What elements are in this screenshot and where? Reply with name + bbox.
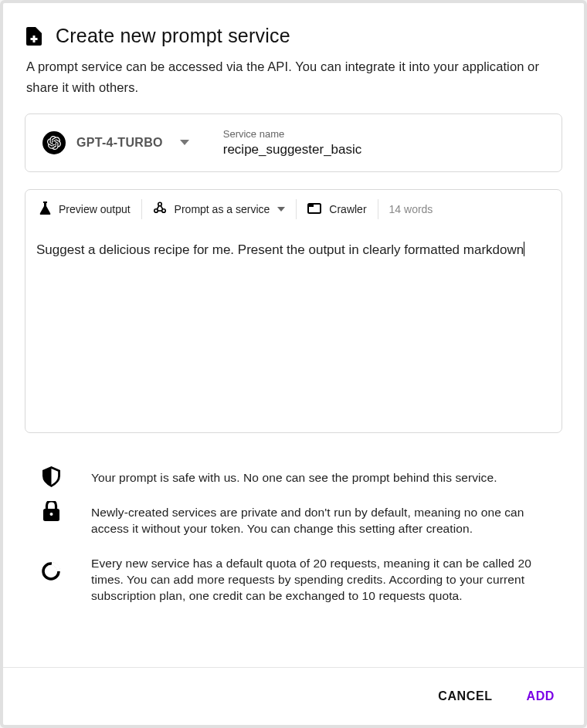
prompt-box: Preview output Prompt as a service	[25, 189, 562, 433]
info-quota-row: Every new service has a default quota of…	[40, 550, 547, 611]
cancel-button[interactable]: CANCEL	[435, 685, 495, 708]
info-safe-text: Your prompt is safe with us. No one can …	[91, 464, 497, 493]
config-box: GPT-4-TURBO Service name recipe_suggeste…	[25, 113, 562, 172]
word-count: 14 words	[378, 203, 433, 215]
modal-subtitle: A prompt service can be accessed via the…	[26, 56, 561, 98]
prompt-as-service-label: Prompt as a service	[175, 203, 270, 215]
svg-point-8	[49, 513, 53, 516]
chevron-down-icon	[277, 207, 285, 212]
service-name-field[interactable]: Service name recipe_suggester_basic	[223, 128, 362, 157]
modal-title: Create new prompt service	[56, 25, 290, 47]
info-safe-row: Your prompt is safe with us. No one can …	[40, 464, 547, 493]
create-prompt-service-modal: Create new prompt service A prompt servi…	[0, 0, 587, 728]
info-list: Your prompt is safe with us. No one can …	[25, 464, 562, 625]
prompt-content: Suggest a delicious recipe for me. Prese…	[36, 242, 524, 257]
title-row: Create new prompt service	[26, 25, 561, 47]
prompt-toolbar: Preview output Prompt as a service	[25, 190, 562, 229]
prompt-textarea[interactable]: Suggest a delicious recipe for me. Prese…	[25, 229, 562, 432]
text-cursor	[524, 242, 524, 256]
webhook-icon	[153, 201, 167, 217]
service-name-label: Service name	[223, 128, 362, 140]
info-private-row: Newly-created services are private and d…	[40, 499, 547, 543]
chevron-down-icon	[180, 140, 189, 146]
crawler-icon	[307, 203, 321, 216]
add-button[interactable]: ADD	[524, 685, 558, 708]
openai-icon	[42, 131, 66, 154]
preview-output-label: Preview output	[59, 203, 131, 215]
svg-rect-1	[31, 38, 38, 40]
crawler-label: Crawler	[329, 203, 366, 215]
flask-icon	[39, 201, 51, 217]
prompt-as-service-button[interactable]: Prompt as a service	[142, 199, 297, 219]
model-selector[interactable]: GPT-4-TURBO	[42, 131, 189, 154]
crawler-button[interactable]: Crawler	[297, 199, 378, 219]
info-private-text: Newly-created services are private and d…	[91, 499, 547, 543]
shield-icon	[40, 464, 62, 487]
svg-rect-6	[308, 204, 314, 207]
quota-icon	[40, 550, 62, 581]
service-name-value: recipe_suggester_basic	[223, 142, 362, 157]
model-label: GPT-4-TURBO	[76, 136, 163, 150]
info-quota-text: Every new service has a default quota of…	[91, 550, 547, 611]
modal-header: Create new prompt service A prompt servi…	[3, 3, 584, 113]
lock-icon	[40, 499, 62, 521]
modal-body: GPT-4-TURBO Service name recipe_suggeste…	[3, 113, 584, 667]
modal-footer: CANCEL ADD	[3, 667, 584, 725]
file-add-icon	[26, 27, 42, 46]
preview-output-button[interactable]: Preview output	[36, 199, 142, 219]
